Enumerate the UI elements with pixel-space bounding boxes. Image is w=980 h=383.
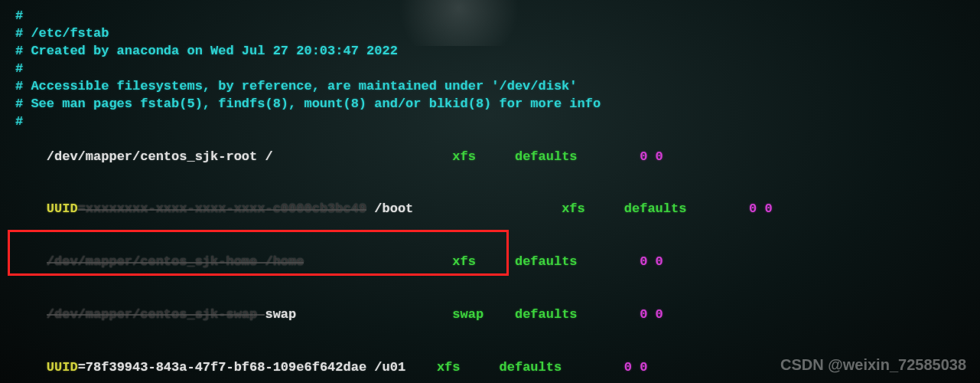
fs-opts: defaults [515, 149, 578, 164]
fs-type: xfs [562, 201, 585, 216]
fs-type: xfs [437, 360, 461, 375]
fs-opts: defaults [624, 201, 687, 216]
mount-point: swap [265, 307, 296, 322]
fs-opts: defaults [500, 360, 562, 375]
dump-pass: 0 0 [749, 201, 773, 216]
fstab-entry: /dev/mapper/centos_sjk-root / xfs defaul… [15, 131, 965, 184]
uuid-prefix: UUID [47, 360, 78, 375]
device-path: /dev/mapper/centos_sjk-root / [47, 149, 273, 164]
struck-text: /dev/mapper/centos_sjk-home /home [47, 254, 304, 269]
fs-type: swap [452, 307, 483, 322]
terminal-window[interactable]: # # /etc/fstab # Created by anaconda on … [15, 8, 965, 383]
struck-text: =xxxxxxxx-xxxx-xxxx-xxxx-c0000cb3bc49 [78, 201, 366, 216]
fs-opts: defaults [515, 254, 578, 269]
comment-line: # [15, 61, 965, 78]
fstab-entry: /dev/mapper/centos_sjk-swap swap swap de… [15, 289, 965, 342]
comment-line: # Accessible filesystems, by reference, … [15, 78, 965, 96]
mount-point: /u01 [374, 360, 405, 375]
fs-type: xfs [452, 254, 476, 269]
mount-point: /boot [374, 201, 413, 216]
dump-pass: 0 0 [640, 307, 663, 322]
comment-line: # Created by anaconda on Wed Jul 27 20:0… [15, 43, 965, 61]
comment-line: # See man pages fstab(5), findfs(8), mou… [15, 96, 965, 113]
uuid-prefix: UUID [47, 201, 78, 216]
fstab-entry: /dev/mapper/centos_sjk-home /home xfs de… [15, 236, 965, 289]
comment-line: # /etc/fstab [15, 25, 965, 43]
fs-type: xfs [452, 149, 476, 164]
fstab-entry: UUID=xxxxxxxx-xxxx-xxxx-xxxx-c0000cb3bc4… [15, 183, 965, 236]
watermark: CSDN @weixin_72585038 [780, 356, 966, 374]
dump-pass: 0 0 [640, 254, 663, 269]
comment-line: # [15, 113, 965, 131]
fs-opts: defaults [515, 307, 578, 322]
comment-line: # [15, 8, 965, 25]
uuid-value: =78f39943-843a-47f7-bf68-109e6f642dae [78, 360, 366, 375]
dump-pass: 0 0 [640, 149, 663, 164]
struck-text: /dev/mapper/centos_sjk-swap [47, 307, 265, 322]
dump-pass: 0 0 [624, 360, 648, 375]
